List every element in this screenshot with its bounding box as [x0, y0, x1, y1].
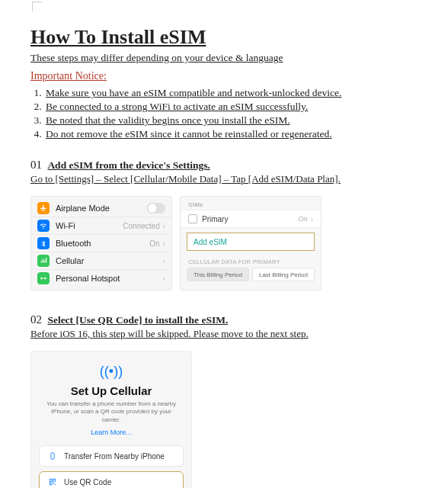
screenshot-ios-settings: Airplane Mode Wi-Fi Connected › Bluetoot…	[30, 196, 445, 291]
row-value: Connected	[123, 222, 159, 230]
phone-transfer-icon	[47, 451, 58, 461]
crop-mark-tl	[32, 2, 42, 11]
airplane-icon	[37, 202, 50, 214]
row-label: Personal Hotspot	[56, 274, 163, 283]
sims-panel: SIMs Primary On › Add eSIM CELLULAR DATA…	[180, 196, 322, 291]
row-airplane[interactable]: Airplane Mode	[31, 200, 171, 217]
sims-header: SIMs	[181, 201, 321, 210]
important-notice-list: Make sure you have an eSIM compatible an…	[44, 87, 445, 140]
setup-desc: You can transfer a phone number from a n…	[39, 400, 184, 424]
svg-rect-2	[51, 453, 54, 459]
notice-item: Be connected to a strong WiFi to activat…	[44, 101, 445, 113]
bluetooth-icon	[37, 237, 50, 249]
chevron-right-icon: ›	[163, 239, 165, 248]
important-label: Important Notice	[30, 70, 104, 82]
sim-square-icon	[188, 214, 197, 223]
row-primary-sim[interactable]: Primary On ›	[181, 210, 321, 228]
notice-item: Do not remove the eSIM since it cannot b…	[44, 128, 445, 140]
svg-point-1	[44, 278, 46, 280]
row-value: On	[299, 215, 308, 223]
row-label: Bluetooth	[56, 239, 149, 248]
notice-item: Make sure you have an eSIM compatible an…	[44, 87, 445, 99]
chevron-right-icon: ›	[311, 215, 313, 223]
row-bluetooth[interactable]: Bluetooth On ›	[31, 235, 171, 252]
button-label: Use QR Code	[64, 478, 111, 486]
row-wifi[interactable]: Wi-Fi Connected ›	[31, 217, 171, 235]
setup-title: Set Up Cellular	[39, 384, 184, 397]
learn-more-link[interactable]: Learn More...	[39, 429, 184, 436]
row-label: Primary	[202, 215, 299, 223]
svg-rect-5	[50, 483, 52, 485]
chevron-right-icon: ›	[163, 222, 165, 230]
svg-rect-7	[55, 484, 56, 485]
svg-rect-4	[53, 479, 56, 481]
svg-rect-3	[50, 479, 52, 481]
add-esim-button[interactable]: Add eSIM	[187, 233, 315, 251]
row-hotspot[interactable]: Personal Hotspot ›	[31, 270, 171, 287]
step-1-heading: 01 Add eSIM from the device's Settings.	[30, 159, 445, 172]
svg-point-0	[40, 278, 43, 280]
tab-last-billing[interactable]: Last Billing Period	[252, 268, 315, 281]
cellular-data-header: CELLULAR DATA FOR PRIMARY	[181, 258, 321, 268]
row-value: On	[149, 239, 159, 248]
use-qr-code-button[interactable]: Use QR Code	[39, 471, 184, 488]
chevron-right-icon: ›	[163, 257, 165, 265]
row-cellular[interactable]: Cellular ›	[31, 252, 171, 270]
page-title: How To Install eSIM	[30, 26, 445, 49]
notice-item: Be noted that the validity begins once y…	[44, 114, 445, 127]
row-label: Cellular	[56, 256, 163, 265]
intro-line: These steps may differ depending on your…	[30, 52, 445, 64]
chevron-right-icon: ›	[163, 274, 165, 283]
row-label: Wi-Fi	[56, 221, 123, 230]
toggle-off[interactable]	[147, 203, 165, 214]
row-label: Airplane Mode	[56, 204, 147, 213]
button-label: Transfer From Nearby iPhone	[64, 452, 165, 461]
svg-rect-6	[53, 483, 54, 483]
screenshot-setup-cellular: ((•)) Set Up Cellular You can transfer a…	[30, 351, 192, 488]
step-2-heading: 02 Select [Use QR Code] to install the e…	[30, 313, 445, 326]
tab-this-billing[interactable]: This Billing Period	[187, 268, 249, 281]
cellular-icon	[37, 255, 50, 267]
settings-panel: Airplane Mode Wi-Fi Connected › Bluetoot…	[30, 196, 172, 291]
step-1-path: Go to [Settings] – Select [Cellular/Mobi…	[30, 173, 445, 185]
step-2-sub: Before iOS 16, this step will be skipped…	[30, 328, 445, 340]
qr-code-icon	[47, 477, 58, 487]
transfer-from-iphone-button[interactable]: Transfer From Nearby iPhone	[39, 445, 184, 467]
wifi-icon	[37, 220, 50, 232]
hotspot-icon	[37, 272, 50, 284]
antenna-icon: ((•))	[39, 364, 184, 380]
